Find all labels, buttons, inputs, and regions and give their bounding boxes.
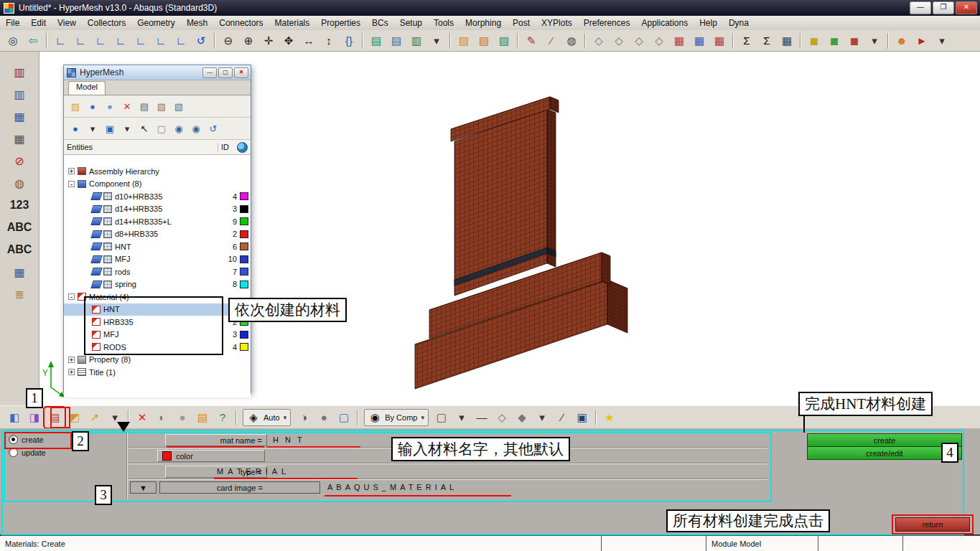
menu-item[interactable]: Materials xyxy=(269,16,316,30)
menu-item[interactable]: Setup xyxy=(394,16,428,30)
tree-item-label[interactable]: Assembly Hierarchy xyxy=(89,167,223,176)
facet-dropdown-icon[interactable]: ▾ xyxy=(533,408,551,427)
spheres-icon[interactable]: ● xyxy=(102,98,118,114)
facet-outline-icon[interactable]: ◇ xyxy=(493,408,511,427)
quick-run-dropdown-icon[interactable]: ▾ xyxy=(933,32,951,50)
menu-item[interactable]: Tools xyxy=(428,16,459,30)
solid-view-1-icon[interactable]: ◇ xyxy=(589,32,608,50)
tree-expander-icon[interactable] xyxy=(83,344,89,350)
view-axis-left-icon[interactable]: ∟ xyxy=(91,32,110,50)
zoom-window-icon[interactable]: ◎ xyxy=(4,32,22,50)
tree-expander-icon[interactable]: - xyxy=(68,293,75,300)
view-axis-top-icon[interactable]: ∟ xyxy=(131,32,150,50)
card-image-icon[interactable]: ▤ xyxy=(193,408,212,427)
color-swatch[interactable] xyxy=(240,167,248,175)
tree-item-label[interactable]: rods xyxy=(115,268,223,276)
tree-item-label[interactable]: d10+HRB335 xyxy=(115,192,223,201)
browser-close-button[interactable]: ✕ xyxy=(234,67,248,78)
import-model-icon[interactable]: ▤ xyxy=(367,32,386,50)
menu-item[interactable]: View xyxy=(52,16,82,30)
component-collector-icon[interactable]: ◧ xyxy=(5,408,24,427)
check-elems-2-icon[interactable]: ▦ xyxy=(690,32,709,50)
card-image-label[interactable]: card image = xyxy=(159,481,320,494)
selection-mode-combo[interactable]: ◈ Auto ▾ xyxy=(243,409,291,426)
tree-expander-icon[interactable]: + xyxy=(68,357,75,363)
close-button[interactable]: ✕ xyxy=(956,1,977,14)
maximize-button[interactable]: ❐ xyxy=(933,1,954,14)
type-value[interactable]: MATERIAL xyxy=(217,467,290,476)
separator[interactable] xyxy=(800,33,801,49)
card-edit-icon[interactable]: ▤ xyxy=(136,98,152,114)
color-swatch[interactable] xyxy=(240,255,248,263)
tree-expander-icon[interactable] xyxy=(83,306,89,313)
isolate-icon[interactable]: ◉ xyxy=(188,121,204,136)
import-solver-icon[interactable]: ▤ xyxy=(387,32,406,50)
menu-item[interactable]: Morphing xyxy=(459,16,507,30)
ruler-icon[interactable]: ✎ xyxy=(522,32,541,50)
view-previous-icon[interactable]: ⇦ xyxy=(24,32,42,50)
tree-item-label[interactable]: d14+HRB335 xyxy=(115,204,223,213)
tree-expander-icon[interactable]: + xyxy=(68,168,75,174)
open-file-icon[interactable]: ▧ xyxy=(454,32,473,50)
reference-icon[interactable]: ▧ xyxy=(171,98,187,114)
color-swatch[interactable] xyxy=(240,230,248,238)
quick-run-icon[interactable]: ► xyxy=(913,32,931,50)
wire-cube-icon[interactable]: ▢ xyxy=(335,408,353,427)
view-axis-front-icon[interactable]: ∟ xyxy=(51,32,70,50)
zoom-in-icon[interactable]: ⊕ xyxy=(239,32,258,50)
separator[interactable] xyxy=(357,410,358,425)
tree-item-label[interactable]: d14+HRB335+L xyxy=(115,217,223,226)
display-monitor-icon[interactable]: ▣ xyxy=(573,408,592,427)
cube-dropdown-icon[interactable]: ▾ xyxy=(452,408,471,427)
update-cube-yellow-icon[interactable]: ◼ xyxy=(805,32,823,50)
browser-minimize-button[interactable]: — xyxy=(202,67,217,78)
entities-cluster-icon[interactable]: ● xyxy=(85,98,101,114)
menu-item[interactable]: Applications xyxy=(635,16,694,30)
shaded-sphere-icon[interactable]: ◑ xyxy=(294,408,313,427)
solid-view-4-icon[interactable]: ◇ xyxy=(650,32,668,50)
menu-item[interactable]: Preferences xyxy=(578,16,636,30)
tree-expander-icon[interactable] xyxy=(83,256,89,263)
tree-expander-icon[interactable] xyxy=(83,218,89,225)
menu-item[interactable]: Connectors xyxy=(213,16,269,30)
browser-titlebar[interactable]: HyperMesh — ▢ ✕ xyxy=(64,65,251,80)
view-axis-bottom-icon[interactable]: ∟ xyxy=(151,32,170,50)
color-swatch[interactable] xyxy=(240,192,248,200)
create-radio[interactable]: create xyxy=(9,435,44,444)
browser-maximize-button[interactable]: ▢ xyxy=(218,67,233,78)
color-swatch[interactable] xyxy=(240,281,248,288)
update-cube-red-icon[interactable]: ◼ xyxy=(845,32,864,50)
load-panel-icon[interactable]: ▨ xyxy=(495,32,513,50)
tree-item-label[interactable]: spring xyxy=(115,280,223,288)
model-browser-window[interactable]: HyperMesh — ▢ ✕ Model ▨●●✕▤▧▧ ●▾▣▾↖▢◉◉↺ … xyxy=(63,65,251,393)
color-swatch[interactable] xyxy=(240,242,248,250)
separator[interactable] xyxy=(732,33,734,49)
tree-row[interactable]: HRB335 2 xyxy=(64,316,251,329)
create-button[interactable]: create xyxy=(807,433,962,447)
spotlight-icon[interactable]: ◍ xyxy=(9,174,29,192)
color-mode-combo[interactable]: ◉ By Comp ▾ xyxy=(364,409,429,426)
display-dropdown-icon[interactable]: ▾ xyxy=(85,121,101,136)
menu-item[interactable]: Dyna xyxy=(723,16,755,30)
tree-item-label[interactable]: MFJ xyxy=(115,255,223,263)
abc-up-icon[interactable]: ABC xyxy=(9,219,29,236)
mask-sphere-icon[interactable]: ◐ xyxy=(153,408,172,427)
tree-row[interactable]: - Material (4) xyxy=(64,291,251,303)
tree-expander-icon[interactable] xyxy=(83,206,89,212)
menu-item[interactable]: Geometry xyxy=(131,16,181,30)
tree-item-label[interactable]: HNT xyxy=(115,242,223,251)
export-dropdown-icon[interactable]: ▾ xyxy=(427,32,446,50)
menu-item[interactable]: Collectors xyxy=(82,16,131,30)
card-image-dropdown[interactable]: ▼ xyxy=(130,481,157,494)
tree-row[interactable]: rods 7 xyxy=(64,265,251,278)
tree-row[interactable]: HNT 1 xyxy=(64,303,251,316)
separator[interactable] xyxy=(517,33,518,49)
entity-cube-icon[interactable]: ▢ xyxy=(432,408,451,427)
tree-expander-icon[interactable]: - xyxy=(68,181,75,187)
pan-icon[interactable]: ✥ xyxy=(279,32,298,50)
card-image-value[interactable]: ABAQUS_MATERIAL xyxy=(327,483,457,491)
separator[interactable] xyxy=(887,33,889,49)
solid-view-2-icon[interactable]: ◇ xyxy=(610,32,628,50)
color-swatch[interactable] xyxy=(240,356,248,364)
tree-item-label[interactable]: RODS xyxy=(103,343,223,352)
